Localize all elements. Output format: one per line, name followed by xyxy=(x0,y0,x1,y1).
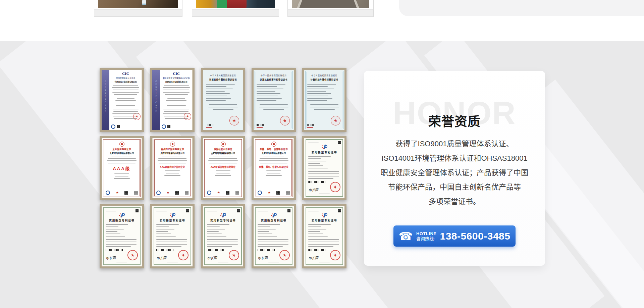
certificate-patent-card[interactable]: 实用新型专利证书申长雨★ xyxy=(150,204,195,268)
qr-code-icon xyxy=(136,209,139,212)
certificate-copyright-card[interactable]: 中华人民共和国国家版权局计算机软件著作权登记证书★ xyxy=(252,68,296,132)
gallery-card-3[interactable] xyxy=(287,0,374,17)
certificate-title: 实用新型专利证书 xyxy=(308,218,340,222)
red-emblem-icon xyxy=(221,142,226,147)
patent-number-line xyxy=(207,211,217,211)
gallery-card-footer xyxy=(192,9,279,16)
certificate-side-text: CERTIFICATE xyxy=(155,80,157,113)
hotline-labels: HOTLINE 咨询热线: xyxy=(416,231,437,241)
certificate-side-band: CERTIFICATE xyxy=(102,70,109,130)
certificate-copyright-card[interactable]: 中华人民共和国国家版权局计算机软件著作权登记证书★ xyxy=(302,68,346,132)
qr-code-icon xyxy=(124,191,128,195)
honor-section: CERTIFICATECIC环境管理体系认证证书合肥珂玛环保科技有限公司★CER… xyxy=(0,41,644,308)
qr-code-icon xyxy=(286,191,290,195)
barcode-icon xyxy=(206,124,214,126)
certificate-credit-card[interactable]: 重合同守信用等级证书合肥珂玛环保科技有限公司AAA级重合同守信用企业★ xyxy=(150,136,195,200)
certificate-title: 计算机软件著作权登记证书 xyxy=(206,78,240,81)
barcode-icon xyxy=(106,249,123,251)
adjacent-panel-corner xyxy=(399,0,644,16)
hotline-button[interactable]: ☎ HOTLINE 咨询热线: 138-5600-3485 xyxy=(393,225,516,247)
cnipa-logo-icon xyxy=(220,213,226,217)
gallery-card-2[interactable] xyxy=(192,0,279,17)
barcode-icon xyxy=(156,249,174,251)
certificate-credit-card[interactable]: 诚信经营示范单位合肥珂玛环保科技有限公司AAA级诚信经营示范单位★ xyxy=(201,136,245,200)
qr-code-icon xyxy=(167,125,170,128)
certificate-title: 重合同守信用等级证书 xyxy=(157,147,187,151)
barcode-icon xyxy=(258,249,275,251)
certificate-title: 诚信经营示范单位 xyxy=(208,147,238,151)
qr-code-icon xyxy=(338,141,341,144)
certificate-side-band: CERTIFICATE xyxy=(152,70,160,130)
qr-code-icon xyxy=(186,209,189,212)
qr-code-icon xyxy=(338,209,341,212)
certificate-patent-card[interactable]: 实用新型专利证书申长雨★ xyxy=(252,204,296,268)
red-emblem-icon xyxy=(170,142,175,147)
certificate-grade-text: AAA级 xyxy=(106,165,138,171)
certificate-credit-card[interactable]: 企业信用等级证书合肥珂玛环保科技有限公司AAA级★ xyxy=(100,136,144,200)
star-emblem-icon: ★ xyxy=(268,191,271,194)
footer-line xyxy=(268,262,279,262)
qr-code-icon xyxy=(287,209,290,212)
certificate-number-line xyxy=(257,127,263,128)
footer-line xyxy=(218,262,229,262)
patent-number-line xyxy=(258,211,268,211)
certificate-number-line xyxy=(206,127,212,128)
patent-number-line xyxy=(308,211,319,211)
star-emblem-icon: ★ xyxy=(167,191,169,194)
hotline-label-zh: 咨询热线: xyxy=(416,236,435,241)
certificate-patent-card[interactable]: 实用新型专利证书申长雨★ xyxy=(302,204,346,268)
certificate-iso-card[interactable]: CERTIFICATECIC环境管理体系认证证书合肥珂玛环保科技有限公司★ xyxy=(100,68,144,132)
certificate-title: 实用新型专利证书 xyxy=(258,218,290,222)
gallery-card-footer xyxy=(288,9,373,16)
red-seal-icon: ★ xyxy=(229,115,240,126)
certificate-title: 质量、服务、信誉等级证书 xyxy=(258,147,289,151)
certificate-title: 职业健康安全管理体系认证证书 xyxy=(162,76,190,80)
honor-card: HONOR 荣誉资质 获得了ISO9001质量管理体系认证、 ISO14001环… xyxy=(364,71,545,266)
honor-description: 获得了ISO9001质量管理体系认证、 ISO14001环境管理体系认证和OHS… xyxy=(373,137,536,209)
copyright-authority: 中华人民共和国国家版权局 xyxy=(207,74,239,76)
qr-code-icon xyxy=(276,191,280,195)
certificate-grade-text: AAA级诚信经营示范单位 xyxy=(208,165,238,168)
red-seal-icon: ★ xyxy=(183,112,192,121)
patent-number-line xyxy=(308,143,319,143)
credit-mark-icon xyxy=(106,191,110,195)
certificate-patent-card[interactable]: 实用新型专利证书申长雨★ xyxy=(302,136,346,200)
honor-page: { "icons": { "phone": "☎", "star": "★" }… xyxy=(0,0,644,308)
qr-code-icon xyxy=(134,191,138,195)
red-seal-icon: ★ xyxy=(133,112,141,121)
gallery-card-1[interactable] xyxy=(94,0,182,17)
barcode-icon xyxy=(308,181,326,183)
certificate-company: 合肥珂玛环保科技有限公司 xyxy=(162,81,191,83)
red-seal-icon: ★ xyxy=(279,115,290,126)
certificate-patent-card[interactable]: 实用新型专利证书申长雨★ xyxy=(201,204,245,268)
cnipa-logo-icon xyxy=(271,213,277,217)
certificate-number-line xyxy=(307,127,313,128)
certificate-credit-card[interactable]: 质量、服务、信誉等级证书合肥珂玛环保科技有限公司质量、服务、信誉AAA级企业★ xyxy=(252,136,296,200)
barcode-icon xyxy=(307,124,315,126)
barcode-icon xyxy=(257,124,265,126)
certificate-title: 企业信用等级证书 xyxy=(106,147,137,151)
copyright-authority: 中华人民共和国国家版权局 xyxy=(309,74,340,76)
qr-code-icon xyxy=(175,191,179,195)
phone-icon: ☎ xyxy=(399,230,413,242)
hotline-number: 138-5600-3485 xyxy=(440,230,510,242)
barcode-icon xyxy=(308,249,326,251)
certificates-grid: CERTIFICATECIC环境管理体系认证证书合肥珂玛环保科技有限公司★CER… xyxy=(100,68,346,268)
footer-line xyxy=(116,262,127,262)
certificate-iso-card[interactable]: CERTIFICATECIC职业健康安全管理体系认证证书合肥珂玛环保科技有限公司… xyxy=(150,68,195,132)
copyright-authority: 中华人民共和国国家版权局 xyxy=(258,74,289,76)
certificate-title: 计算机软件著作权登记证书 xyxy=(308,78,341,81)
star-emblem-icon: ★ xyxy=(116,191,119,194)
credit-mark-icon xyxy=(207,191,211,195)
certificate-copyright-card[interactable]: 中华人民共和国国家版权局计算机软件著作权登记证书★ xyxy=(201,68,245,132)
certificate-company: 合肥珂玛环保科技有限公司 xyxy=(208,151,238,154)
certificate-title: 环境管理体系认证证书 xyxy=(112,76,140,80)
footer-line xyxy=(167,262,178,262)
qr-code-icon xyxy=(237,209,240,212)
cic-mark-icon xyxy=(111,124,115,129)
credit-mark-icon xyxy=(156,191,161,195)
section-title: 荣誉资质 xyxy=(364,111,545,130)
certificate-patent-card[interactable]: 实用新型专利证书申长雨★ xyxy=(100,204,144,268)
cnipa-logo-icon xyxy=(321,145,327,149)
certificate-company: 合肥珂玛环保科技有限公司 xyxy=(259,151,288,154)
